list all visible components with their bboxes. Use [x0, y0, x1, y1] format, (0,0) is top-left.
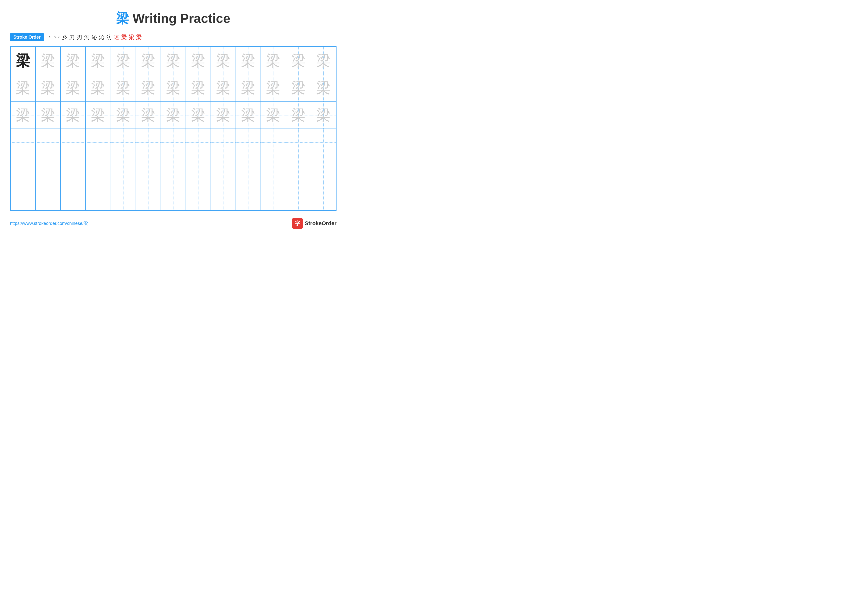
grid-cell-2-6: 梁	[136, 74, 161, 101]
page-title: 梁 Writing Practice	[10, 10, 336, 27]
stroke-step-13: 梁	[136, 34, 141, 41]
grid-cell-2-8: 梁	[186, 74, 211, 101]
grid-cell-3-1: 梁	[11, 101, 36, 129]
grid-cell-2-2: 梁	[36, 74, 60, 101]
stroke-order-row: Stroke Order 丶 丷 彡 刀 刃 泃 沁 沁 汸 迒 梁 梁 梁	[10, 33, 336, 41]
grid-cell-6-11[interactable]	[261, 183, 286, 210]
grid-cell-5-6[interactable]	[136, 156, 161, 183]
grid-cell-4-11[interactable]	[261, 129, 286, 156]
grid-cell-2-12: 梁	[286, 74, 311, 101]
practice-row-2: 梁 梁 梁 梁 梁 梁 梁 梁 梁 梁 梁 梁 梁	[11, 74, 336, 101]
grid-cell-1-2: 梁	[36, 47, 60, 74]
grid-cell-5-2[interactable]	[36, 156, 60, 183]
grid-cell-5-3[interactable]	[60, 156, 85, 183]
grid-cell-1-8: 梁	[186, 47, 211, 74]
grid-cell-5-11[interactable]	[261, 156, 286, 183]
stroke-step-9: 汸	[106, 34, 112, 41]
footer-brand: 字 StrokeOrder	[292, 218, 336, 229]
grid-cell-3-3: 梁	[60, 101, 85, 129]
grid-cell-6-9[interactable]	[211, 183, 236, 210]
grid-cell-3-6: 梁	[136, 101, 161, 129]
footer-brand-name: StrokeOrder	[305, 220, 336, 227]
title-rest: Writing Practice	[129, 11, 230, 25]
stroke-steps: 丶 丷 彡 刀 刃 泃 沁 沁 汸 迒 梁 梁 梁	[47, 34, 141, 41]
grid-cell-1-9: 梁	[211, 47, 236, 74]
practice-row-3: 梁 梁 梁 梁 梁 梁 梁 梁 梁 梁 梁 梁 梁	[11, 101, 336, 129]
grid-cell-3-8: 梁	[186, 101, 211, 129]
footer-url-link[interactable]: https://www.strokeorder.com/chinese/梁	[10, 221, 88, 226]
grid-cell-1-6: 梁	[136, 47, 161, 74]
grid-cell-2-5: 梁	[111, 74, 136, 101]
grid-cell-1-1: 梁	[11, 47, 36, 74]
grid-cell-6-6[interactable]	[136, 183, 161, 210]
grid-cell-4-4[interactable]	[85, 129, 111, 156]
grid-cell-4-8[interactable]	[186, 129, 211, 156]
grid-cell-1-5: 梁	[111, 47, 136, 74]
grid-cell-1-10: 梁	[236, 47, 261, 74]
grid-cell-2-3: 梁	[60, 74, 85, 101]
stroke-step-7: 沁	[91, 34, 97, 41]
grid-cell-4-6[interactable]	[136, 129, 161, 156]
grid-cell-5-13[interactable]	[311, 156, 336, 183]
grid-cell-6-4[interactable]	[85, 183, 111, 210]
grid-cell-3-7: 梁	[161, 101, 186, 129]
grid-cell-4-12[interactable]	[286, 129, 311, 156]
grid-cell-1-4: 梁	[85, 47, 111, 74]
grid-cell-6-8[interactable]	[186, 183, 211, 210]
grid-cell-2-1: 梁	[11, 74, 36, 101]
practice-row-4[interactable]	[11, 129, 336, 156]
stroke-step-11: 梁	[121, 34, 127, 41]
practice-row-6[interactable]	[11, 183, 336, 210]
grid-cell-4-1[interactable]	[11, 129, 36, 156]
grid-cell-3-10: 梁	[236, 101, 261, 129]
stroke-step-10: 迒	[114, 34, 119, 41]
grid-cell-4-5[interactable]	[111, 129, 136, 156]
footer-logo-char: 字	[295, 220, 300, 227]
footer-logo: 字	[292, 218, 303, 229]
char-solid: 梁	[16, 53, 30, 68]
practice-grid: 梁 梁 梁 梁 梁 梁 梁 梁 梁 梁 梁 梁 梁 梁 梁 梁 梁 梁 梁 梁 …	[10, 47, 336, 210]
grid-cell-5-5[interactable]	[111, 156, 136, 183]
grid-cell-1-11: 梁	[261, 47, 286, 74]
grid-cell-5-1[interactable]	[11, 156, 36, 183]
grid-cell-4-2[interactable]	[36, 129, 60, 156]
grid-cell-6-13[interactable]	[311, 183, 336, 210]
grid-cell-5-12[interactable]	[286, 156, 311, 183]
grid-cell-5-4[interactable]	[85, 156, 111, 183]
grid-cell-4-3[interactable]	[60, 129, 85, 156]
grid-cell-3-11: 梁	[261, 101, 286, 129]
grid-cell-5-10[interactable]	[236, 156, 261, 183]
grid-cell-6-2[interactable]	[36, 183, 60, 210]
grid-cell-6-5[interactable]	[111, 183, 136, 210]
practice-row-1: 梁 梁 梁 梁 梁 梁 梁 梁 梁 梁 梁 梁 梁	[11, 47, 336, 74]
stroke-step-2: 丷	[54, 34, 60, 41]
grid-cell-3-2: 梁	[36, 101, 60, 129]
grid-cell-4-13[interactable]	[311, 129, 336, 156]
stroke-step-4: 刀	[69, 34, 75, 41]
grid-cell-6-1[interactable]	[11, 183, 36, 210]
grid-cell-6-3[interactable]	[60, 183, 85, 210]
grid-cell-1-3: 梁	[60, 47, 85, 74]
stroke-step-8: 沁	[99, 34, 104, 41]
stroke-step-1: 丶	[47, 34, 53, 41]
grid-cell-2-7: 梁	[161, 74, 186, 101]
grid-cell-2-9: 梁	[211, 74, 236, 101]
grid-cell-3-13: 梁	[311, 101, 336, 129]
grid-cell-4-10[interactable]	[236, 129, 261, 156]
grid-cell-2-4: 梁	[85, 74, 111, 101]
grid-cell-5-8[interactable]	[186, 156, 211, 183]
grid-cell-6-7[interactable]	[161, 183, 186, 210]
footer: https://www.strokeorder.com/chinese/梁 字 …	[10, 218, 336, 229]
practice-row-5[interactable]	[11, 156, 336, 183]
grid-cell-5-9[interactable]	[211, 156, 236, 183]
grid-cell-1-7: 梁	[161, 47, 186, 74]
grid-cell-3-4: 梁	[85, 101, 111, 129]
grid-cell-6-12[interactable]	[286, 183, 311, 210]
grid-cell-4-9[interactable]	[211, 129, 236, 156]
grid-cell-4-7[interactable]	[161, 129, 186, 156]
grid-cell-5-7[interactable]	[161, 156, 186, 183]
grid-cell-6-10[interactable]	[236, 183, 261, 210]
grid-cell-1-13: 梁	[311, 47, 336, 74]
grid-cell-3-5: 梁	[111, 101, 136, 129]
title-char: 梁	[116, 11, 129, 25]
